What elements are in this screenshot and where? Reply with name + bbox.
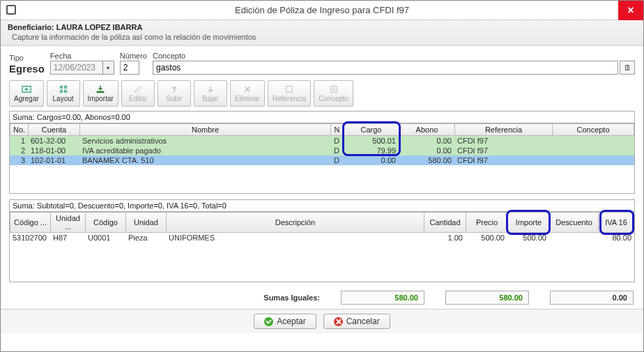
svg-rect-2 bbox=[63, 86, 66, 89]
col-importe[interactable]: Importe bbox=[508, 213, 550, 233]
col-nombre[interactable]: Nombre bbox=[80, 124, 331, 136]
subir-button: Subir bbox=[158, 80, 191, 107]
referencia-button: Referencia bbox=[268, 80, 311, 107]
col-unidad[interactable]: Unidad bbox=[126, 213, 167, 233]
sumas-a: 580.00 bbox=[341, 291, 424, 305]
tipo-field: Tipo Egreso bbox=[9, 54, 45, 75]
col-codigo[interactable]: Código ... bbox=[10, 213, 51, 233]
col-cargo[interactable]: Cargo bbox=[344, 124, 399, 136]
sumas-c: 0.00 bbox=[550, 291, 634, 305]
col-unidad-c[interactable]: Unidad ... bbox=[51, 213, 86, 233]
table-row[interactable]: 1601-32-00Servicios administrativosD500.… bbox=[10, 136, 634, 146]
aceptar-button[interactable]: Aceptar bbox=[254, 314, 316, 329]
instruction-text: Capture la información de la póliza así … bbox=[12, 33, 636, 41]
detalle-table[interactable]: Código ... Unidad ... Código Unidad Desc… bbox=[10, 212, 634, 233]
window-title: Edición de Póliza de Ingreso para CFDI f… bbox=[235, 5, 409, 15]
detalle-sum: Suma: Subtotal=0, Descuento=0, Importe=0… bbox=[10, 200, 634, 212]
movimientos-grid: Suma: Cargos=0.00, Abonos=0.00 No. Cuent… bbox=[9, 111, 635, 194]
concepto-field: Concepto 🗓 bbox=[153, 52, 635, 75]
fecha-label: Fecha bbox=[50, 52, 114, 60]
calendar-button[interactable]: 🗓 bbox=[620, 61, 635, 75]
svg-rect-6 bbox=[286, 86, 293, 93]
fecha-input[interactable] bbox=[50, 61, 103, 75]
sumas-label: Sumas Iguales: bbox=[263, 293, 320, 302]
window: Edición de Póliza de Ingreso para CFDI f… bbox=[0, 0, 644, 352]
editar-button: Editar bbox=[121, 80, 155, 107]
col-n[interactable]: N bbox=[331, 124, 344, 136]
col-descripcion[interactable]: Descripción bbox=[167, 213, 424, 233]
cancel-icon bbox=[334, 317, 343, 326]
numero-label: Número bbox=[120, 52, 147, 60]
tipo-value: Egreso bbox=[9, 63, 45, 75]
importar-button[interactable]: Importar bbox=[83, 80, 118, 107]
concepto-label: Concepto bbox=[153, 52, 635, 60]
table-row[interactable]: 2118-01-00IVA acreditable pagadoD79.990.… bbox=[10, 146, 634, 155]
agregar-button[interactable]: Agregar bbox=[9, 80, 44, 107]
col-descuento[interactable]: Descuento bbox=[550, 213, 599, 233]
movimientos-sum: Suma: Cargos=0.00, Abonos=0.00 bbox=[10, 112, 634, 123]
check-icon bbox=[264, 317, 273, 326]
bajar-button: Bajar bbox=[194, 80, 227, 107]
numero-field: Número bbox=[120, 52, 147, 75]
fecha-field: Fecha ▾ bbox=[50, 52, 114, 75]
footer: Aceptar Cancelar bbox=[1, 309, 643, 333]
svg-rect-1 bbox=[59, 86, 62, 89]
col-cantidad[interactable]: Cantidad bbox=[424, 213, 466, 233]
col-no[interactable]: No. bbox=[10, 124, 29, 136]
col-cuenta[interactable]: Cuenta bbox=[29, 124, 80, 136]
svg-rect-5 bbox=[97, 91, 105, 93]
app-icon bbox=[6, 5, 16, 15]
header: Beneficiario: LAURA LOPEZ IBARRA Capture… bbox=[1, 20, 643, 46]
sumas-b: 580.00 bbox=[445, 291, 529, 305]
svg-rect-3 bbox=[59, 90, 62, 93]
close-button[interactable]: × bbox=[618, 1, 643, 20]
beneficiario-label: Beneficiario: LAURA LOPEZ IBARRA bbox=[8, 23, 142, 31]
numero-input[interactable] bbox=[120, 61, 139, 75]
layout-button[interactable]: Layout bbox=[47, 80, 80, 107]
col-abono[interactable]: Abono bbox=[399, 124, 455, 136]
movimientos-table[interactable]: No. Cuenta Nombre N Cargo Abono Referenc… bbox=[10, 123, 634, 136]
col-concepto[interactable]: Concepto bbox=[553, 124, 634, 136]
col-referencia[interactable]: Referencia bbox=[455, 124, 553, 136]
table-row[interactable]: 53102700H87U0001PiezaUNIFORMES1.00500.00… bbox=[10, 233, 634, 243]
svg-rect-4 bbox=[63, 90, 66, 93]
col-codigo2[interactable]: Código bbox=[86, 213, 126, 233]
eliminar-button: Eliminar bbox=[230, 80, 265, 107]
sumas-row: Sumas Iguales: 580.00 580.00 0.00 bbox=[1, 286, 643, 309]
fecha-dropdown-button[interactable]: ▾ bbox=[103, 61, 114, 75]
col-iva16[interactable]: IVA 16 bbox=[599, 213, 634, 233]
concepto-button: Concepto bbox=[314, 80, 353, 107]
toolbar: Agregar Layout Importar Editar Subir Baj… bbox=[1, 77, 643, 109]
table-row[interactable]: 3102-01-01BANAMEX CTA. 510D0.00580.00CFD… bbox=[10, 155, 634, 165]
cancelar-button[interactable]: Cancelar bbox=[323, 314, 390, 329]
tipo-label: Tipo bbox=[9, 54, 45, 62]
concepto-input[interactable] bbox=[153, 61, 618, 75]
col-precio[interactable]: Precio bbox=[466, 213, 508, 233]
svg-rect-7 bbox=[330, 86, 337, 93]
detalle-grid: Suma: Subtotal=0, Descuento=0, Importe=0… bbox=[9, 199, 635, 282]
titlebar: Edición de Póliza de Ingreso para CFDI f… bbox=[1, 1, 643, 20]
form-row: Tipo Egreso Fecha ▾ Número Concepto 🗓 bbox=[1, 46, 643, 77]
